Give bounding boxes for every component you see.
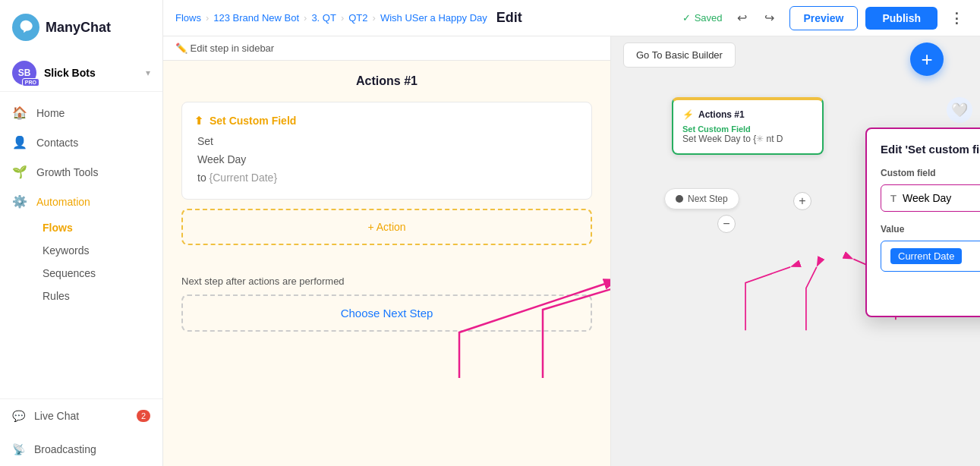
workspace-row[interactable]: SB PRO Slick Bots ▾ bbox=[0, 55, 162, 92]
choose-next-step-button[interactable]: Choose Next Step bbox=[181, 294, 592, 332]
undo-redo: ↩ ↪ bbox=[730, 6, 782, 30]
go-to-basic-builder-button[interactable]: Go To Basic Builder bbox=[623, 43, 736, 68]
flow-node: ⚡ Actions #1 Set Custom Field Set Week D… bbox=[672, 97, 824, 155]
breadcrumb-sep-2: › bbox=[304, 12, 307, 24]
sidebar-subitem-keywords[interactable]: Keywords bbox=[36, 239, 162, 262]
sidebar-subitem-rules[interactable]: Rules bbox=[36, 285, 162, 307]
breadcrumb-flows[interactable]: Flows bbox=[175, 12, 201, 24]
pro-badge: PRO bbox=[22, 78, 39, 87]
publish-button[interactable]: Publish bbox=[865, 7, 937, 30]
sidebar-bottom: 💬 Live Chat 2 📡 Broadcasting bbox=[0, 398, 162, 466]
topbar: Flows › 123 Brand New Bot › 3. QT › QT2 … bbox=[163, 0, 980, 36]
topbar-right: ✓ Saved ↩ ↪ Preview Publish ⋮ bbox=[682, 6, 968, 30]
popup-title: Edit 'Set custom field' Action bbox=[881, 143, 980, 156]
flow-node-title: ⚡ Actions #1 bbox=[682, 109, 813, 120]
logo-area: ManyChat bbox=[0, 0, 162, 55]
heart-button[interactable]: 🤍 bbox=[947, 97, 972, 123]
current-date-chip: Current Date bbox=[890, 248, 962, 264]
saved-indicator: ✓ Saved bbox=[682, 12, 723, 24]
flow-node-field-label: Set Custom Field bbox=[682, 124, 813, 134]
nav-items: 🏠 Home 👤 Contacts 🌱 Growth Tools ⚙️ Auto… bbox=[0, 92, 162, 398]
custom-field-popup: Edit 'Set custom field' Action Custom fi… bbox=[865, 128, 980, 317]
popup-field-value: Week Day bbox=[903, 192, 951, 204]
breadcrumb-bot[interactable]: 123 Brand New Bot bbox=[213, 12, 299, 24]
action-card: ⬆ Set Custom Field Set Week Day to {Curr… bbox=[181, 102, 592, 200]
sidebar-subitem-sequences[interactable]: Sequences bbox=[36, 262, 162, 285]
breadcrumb: Flows › 123 Brand New Bot › 3. QT › QT2 … bbox=[175, 10, 676, 26]
action-line-2: Week Day bbox=[197, 151, 579, 169]
action-title: Set Custom Field bbox=[210, 115, 296, 127]
lightning-icon: ⚡ bbox=[682, 109, 694, 120]
sidebar-subitem-flows[interactable]: Flows bbox=[36, 216, 162, 239]
action-line-1: Set bbox=[197, 133, 579, 151]
breadcrumb-wish[interactable]: Wish USer a Happy Day bbox=[380, 12, 487, 24]
breadcrumb-qt[interactable]: 3. QT bbox=[311, 12, 336, 24]
flow-node-title-text: Actions #1 bbox=[698, 109, 745, 120]
home-icon: 🏠 bbox=[12, 105, 27, 120]
redo-button[interactable]: ↪ bbox=[758, 6, 782, 30]
sidebar: ManyChat SB PRO Slick Bots ▾ 🏠 Home 👤 Co… bbox=[0, 0, 163, 466]
live-chat-icon: 💬 bbox=[12, 410, 25, 422]
sidebar-item-automation-label: Automation bbox=[36, 196, 90, 208]
logo-text: ManyChat bbox=[46, 20, 111, 36]
add-action-button[interactable]: + Action bbox=[181, 209, 592, 245]
node-minus-button[interactable]: − bbox=[717, 215, 736, 233]
sidebar-item-home[interactable]: 🏠 Home bbox=[0, 98, 162, 128]
contacts-icon: 👤 bbox=[12, 135, 27, 150]
popup-field-box: T Week Day bbox=[881, 184, 980, 212]
action-card-header: ⬆ Set Custom Field bbox=[194, 115, 579, 127]
growth-icon: 🌱 bbox=[12, 165, 27, 179]
sidebar-item-growth-tools[interactable]: 🌱 Growth Tools bbox=[0, 157, 162, 187]
current-date-tag: {Current Date} bbox=[210, 172, 278, 184]
sidebar-item-contacts-label: Contacts bbox=[36, 137, 78, 149]
broadcasting-label: Broadcasting bbox=[34, 443, 96, 455]
flow-node-field-value: Set Week Day to {✳ nt D bbox=[682, 134, 813, 144]
live-chat-label: Live Chat bbox=[34, 410, 79, 422]
next-step-section: Next step after actions are performed Ch… bbox=[181, 263, 592, 332]
next-step-label: Next step after actions are performed bbox=[181, 276, 592, 287]
next-step-node: Next Step bbox=[664, 188, 739, 209]
breadcrumb-edit: Edit bbox=[496, 10, 522, 26]
saved-text: Saved bbox=[695, 12, 723, 24]
popup-value-input[interactable]: Current Date bbox=[881, 241, 980, 272]
text-type-icon: T bbox=[890, 193, 896, 204]
popup-icon-row: 😊 {} bbox=[881, 279, 980, 302]
preview-button[interactable]: Preview bbox=[789, 6, 859, 30]
node-add-button[interactable]: + bbox=[793, 192, 811, 210]
check-icon: ✓ bbox=[682, 12, 691, 24]
edit-step-bar: ✏️ Edit step in sidebar bbox=[163, 36, 610, 61]
sidebar-item-home-label: Home bbox=[36, 107, 65, 119]
set-custom-field-icon: ⬆ bbox=[194, 115, 203, 127]
sidebar-item-contacts[interactable]: 👤 Contacts bbox=[0, 128, 162, 157]
next-step-dot bbox=[676, 195, 683, 203]
action-card-body: Set Week Day to {Current Date} bbox=[194, 133, 579, 187]
sidebar-item-automation[interactable]: ⚙️ Automation bbox=[0, 187, 162, 216]
popup-value-label: Value bbox=[881, 224, 980, 235]
panel-header: Actions #1 bbox=[163, 61, 610, 102]
workspace-name: Slick Bots bbox=[44, 67, 146, 79]
main-area: Flows › 123 Brand New Bot › 3. QT › QT2 … bbox=[163, 0, 980, 466]
chevron-down-icon: ▾ bbox=[146, 68, 150, 78]
nav-subitems: Flows Keywords Sequences Rules bbox=[0, 216, 162, 307]
popup-custom-field-label: Custom field bbox=[881, 168, 980, 178]
sidebar-item-live-chat[interactable]: 💬 Live Chat 2 bbox=[0, 399, 162, 433]
automation-icon: ⚙️ bbox=[12, 194, 27, 209]
edit-step-label: ✏️ Edit step in sidebar bbox=[175, 43, 274, 54]
live-chat-badge: 2 bbox=[137, 410, 150, 422]
more-options-button[interactable]: ⋮ bbox=[945, 7, 968, 30]
undo-button[interactable]: ↩ bbox=[730, 6, 755, 30]
breadcrumb-qt2[interactable]: QT2 bbox=[348, 12, 367, 24]
left-panel: ✏️ Edit step in sidebar Actions #1 ⬆ Set… bbox=[163, 36, 611, 466]
add-node-button[interactable]: + bbox=[910, 43, 944, 76]
next-step-node-label: Next Step bbox=[688, 194, 728, 204]
sidebar-item-broadcasting[interactable]: 📡 Broadcasting bbox=[0, 433, 162, 466]
breadcrumb-sep-3: › bbox=[341, 12, 344, 24]
breadcrumb-sep-1: › bbox=[206, 12, 209, 24]
node-asterisk-icon: ✳ bbox=[756, 134, 764, 144]
action-line-3: to {Current Date} bbox=[197, 169, 579, 187]
breadcrumb-sep-4: › bbox=[373, 12, 376, 24]
workspace-avatar: SB PRO bbox=[12, 61, 36, 85]
logo-icon bbox=[12, 14, 39, 41]
broadcasting-icon: 📡 bbox=[12, 443, 25, 455]
canvas-area: ✏️ Edit step in sidebar Actions #1 ⬆ Set… bbox=[163, 36, 980, 466]
